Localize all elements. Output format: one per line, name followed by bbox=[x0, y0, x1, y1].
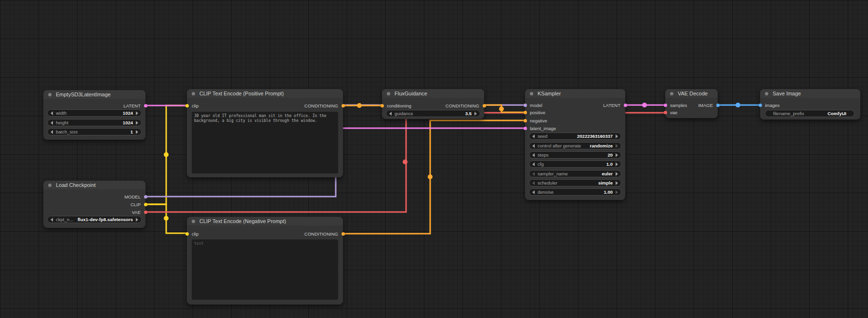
node-header[interactable]: KSampler bbox=[525, 89, 625, 98]
node-flux-guidance[interactable]: FluxGuidance conditioning CONDITIONING g… bbox=[382, 89, 484, 119]
node-clip-text-encode-negative[interactable]: CLIP Text Encode (Negative Prompt) clip … bbox=[187, 217, 343, 305]
node-header[interactable]: CLIP Text Encode (Positive Prompt) bbox=[187, 89, 343, 98]
link-midpoint-dot[interactable] bbox=[428, 174, 433, 179]
collapse-dot-icon[interactable] bbox=[192, 220, 195, 223]
collapse-dot-icon[interactable] bbox=[48, 93, 52, 96]
link-midpoint-dot[interactable] bbox=[642, 103, 647, 107]
sampler-name-widget[interactable]: sampler_name euler bbox=[529, 170, 621, 177]
increment-arrow-icon[interactable] bbox=[616, 153, 618, 157]
collapse-dot-icon[interactable] bbox=[670, 92, 673, 95]
height-widget[interactable]: height 1024 bbox=[47, 119, 142, 126]
node-title: CLIP Text Encode (Positive Prompt) bbox=[199, 91, 284, 96]
negative-input-port[interactable] bbox=[524, 119, 527, 122]
link-midpoint-dot[interactable] bbox=[164, 216, 169, 221]
decrement-arrow-icon[interactable] bbox=[51, 111, 53, 115]
ckpt-name-widget[interactable]: ckpt_n... flux1-dev-fp8.safetensors bbox=[47, 216, 142, 223]
node-header[interactable]: CLIP Text Encode (Negative Prompt) bbox=[187, 217, 343, 225]
scheduler-widget[interactable]: scheduler simple bbox=[529, 179, 621, 186]
conditioning-output-port[interactable] bbox=[342, 232, 345, 236]
latent-output-port[interactable] bbox=[144, 104, 147, 107]
widget-value: simple bbox=[598, 180, 613, 186]
node-empty-sd3-latent-image[interactable]: EmptySD3LatentImage LATENT width 1024 he… bbox=[43, 90, 145, 140]
guidance-widget[interactable]: guidance 3.5 bbox=[386, 110, 480, 117]
filename-prefix-widget[interactable]: filename_prefix ComfyUI bbox=[765, 110, 855, 117]
node-load-checkpoint[interactable]: Load Checkpoint MODEL CLIP VAE ckpt_n...… bbox=[43, 181, 145, 228]
decrement-arrow-icon[interactable] bbox=[532, 134, 535, 138]
link-midpoint-dot[interactable] bbox=[499, 106, 504, 111]
conditioning-output-port[interactable] bbox=[483, 104, 486, 107]
collapse-dot-icon[interactable] bbox=[48, 184, 52, 187]
increment-arrow-icon[interactable] bbox=[136, 121, 138, 125]
model-output-port[interactable] bbox=[144, 195, 147, 199]
increment-arrow-icon[interactable] bbox=[136, 130, 138, 134]
node-header[interactable]: FluxGuidance bbox=[382, 89, 484, 98]
link-midpoint-dot[interactable] bbox=[736, 103, 740, 107]
node-header[interactable]: Save Image bbox=[760, 89, 860, 98]
node-vae-decode[interactable]: VAE Decode samples IMAGE vae bbox=[665, 89, 718, 118]
collapse-dot-icon[interactable] bbox=[765, 92, 768, 95]
input-row-latent-image: latent_image bbox=[525, 125, 625, 132]
increment-arrow-icon[interactable] bbox=[616, 144, 618, 148]
vae-output-port[interactable] bbox=[144, 211, 147, 214]
cfg-widget[interactable]: cfg 1.0 bbox=[529, 160, 621, 168]
control-after-generate-widget[interactable]: control after generate randomize bbox=[529, 142, 621, 149]
clip-input-port[interactable] bbox=[185, 104, 189, 107]
node-header[interactable]: EmptySD3LatentImage bbox=[43, 90, 145, 99]
decrement-arrow-icon[interactable] bbox=[532, 144, 535, 148]
conditioning-output-port[interactable] bbox=[342, 104, 345, 107]
steps-widget[interactable]: steps 20 bbox=[529, 151, 621, 159]
node-graph-canvas[interactable]: EmptySD3LatentImage LATENT width 1024 he… bbox=[0, 0, 868, 318]
decrement-arrow-icon[interactable] bbox=[532, 172, 535, 176]
node-title: CLIP Text Encode (Negative Prompt) bbox=[199, 218, 286, 224]
clip-input-port[interactable] bbox=[185, 232, 189, 236]
node-clip-text-encode-positive[interactable]: CLIP Text Encode (Positive Prompt) clip … bbox=[187, 89, 343, 177]
positive-input-port[interactable] bbox=[524, 111, 527, 114]
increment-arrow-icon[interactable] bbox=[616, 181, 618, 185]
increment-arrow-icon[interactable] bbox=[616, 172, 618, 176]
decrement-arrow-icon[interactable] bbox=[51, 121, 53, 125]
decrement-arrow-icon[interactable] bbox=[51, 218, 53, 222]
images-input-port[interactable] bbox=[759, 104, 762, 107]
decrement-arrow-icon[interactable] bbox=[532, 181, 535, 185]
width-widget[interactable]: width 1024 bbox=[47, 109, 142, 117]
link-midpoint-dot[interactable] bbox=[164, 152, 169, 157]
link-midpoint-dot[interactable] bbox=[403, 159, 408, 164]
image-output-port[interactable] bbox=[716, 104, 720, 107]
increment-arrow-icon[interactable] bbox=[616, 162, 618, 166]
decrement-arrow-icon[interactable] bbox=[532, 190, 535, 194]
decrement-arrow-icon[interactable] bbox=[51, 130, 53, 134]
widget-label: batch_size bbox=[56, 129, 78, 134]
prompt-textarea[interactable]: 30 year old IT professional man sit in t… bbox=[192, 112, 338, 173]
model-input-port[interactable] bbox=[524, 104, 527, 107]
node-header[interactable]: Load Checkpoint bbox=[43, 181, 145, 189]
batch-size-widget[interactable]: batch_size 1 bbox=[47, 128, 142, 135]
increment-arrow-icon[interactable] bbox=[474, 112, 477, 116]
link-midpoint-dot[interactable] bbox=[357, 103, 362, 108]
decrement-arrow-icon[interactable] bbox=[532, 153, 535, 157]
decrement-arrow-icon[interactable] bbox=[532, 162, 535, 166]
link-wire[interactable] bbox=[343, 120, 526, 234]
latent-output-port[interactable] bbox=[624, 104, 627, 107]
node-header[interactable]: VAE Decode bbox=[665, 89, 718, 98]
increment-arrow-icon[interactable] bbox=[136, 218, 138, 222]
latent-image-input-port[interactable] bbox=[524, 127, 527, 130]
increment-arrow-icon[interactable] bbox=[616, 190, 618, 194]
link-wire[interactable] bbox=[484, 105, 526, 112]
node-save-image[interactable]: Save Image images filename_prefix ComfyU… bbox=[760, 89, 860, 119]
clip-output-port[interactable] bbox=[144, 203, 147, 206]
conditioning-input-port[interactable] bbox=[381, 104, 384, 107]
denoise-widget[interactable]: denoise 1.00 bbox=[529, 188, 621, 196]
samples-input-port[interactable] bbox=[664, 104, 667, 107]
increment-arrow-icon[interactable] bbox=[136, 111, 138, 115]
collapse-dot-icon[interactable] bbox=[192, 92, 195, 95]
node-ksampler[interactable]: KSampler model LATENT positive negative … bbox=[525, 89, 625, 200]
collapse-dot-icon[interactable] bbox=[530, 92, 533, 95]
seed-widget[interactable]: seed 20222363160337 bbox=[529, 132, 621, 140]
node-title: EmptySD3LatentImage bbox=[56, 92, 111, 97]
input-label: images bbox=[765, 103, 780, 108]
decrement-arrow-icon[interactable] bbox=[389, 112, 392, 116]
increment-arrow-icon[interactable] bbox=[616, 134, 618, 138]
vae-input-port[interactable] bbox=[664, 111, 667, 114]
collapse-dot-icon[interactable] bbox=[387, 92, 390, 95]
prompt-textarea[interactable]: text bbox=[192, 239, 338, 300]
